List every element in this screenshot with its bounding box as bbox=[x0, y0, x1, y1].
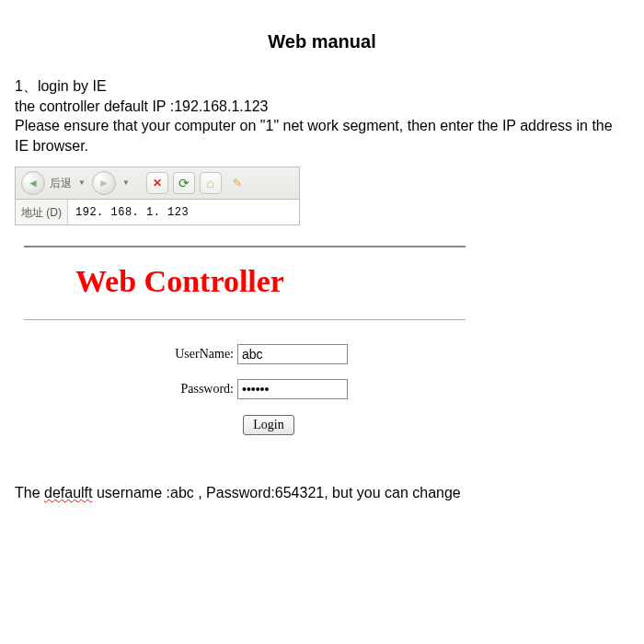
search-button[interactable]: ✎ bbox=[226, 172, 248, 194]
arrow-left-icon: ◄ bbox=[28, 176, 39, 190]
username-input[interactable] bbox=[237, 344, 348, 364]
rule-top bbox=[24, 246, 466, 247]
username-label: UserName: bbox=[24, 346, 237, 363]
stop-button[interactable]: ✕ bbox=[146, 172, 168, 194]
password-row: Password: bbox=[24, 379, 466, 399]
browser-toolbar: ◄ 后退 ▼ ► ▼ ✕ ⟳ ⌂ ✎ bbox=[15, 167, 300, 200]
footer-note: The defaulft username :abc , Password:65… bbox=[15, 483, 629, 503]
address-label: 地址 (D) bbox=[16, 200, 68, 224]
intro-line-2: the controller default IP :192.168.1.123 bbox=[15, 97, 629, 117]
login-button[interactable]: Login bbox=[243, 415, 293, 435]
stop-icon: ✕ bbox=[153, 176, 162, 190]
back-label: 后退 bbox=[50, 176, 72, 190]
password-label: Password: bbox=[24, 381, 237, 398]
forward-dropdown-icon[interactable]: ▼ bbox=[121, 178, 132, 189]
intro-block: 1、login by IE the controller default IP … bbox=[15, 76, 629, 155]
home-button[interactable]: ⌂ bbox=[200, 172, 222, 194]
search-icon: ✎ bbox=[233, 176, 242, 190]
username-row: UserName: bbox=[24, 344, 466, 364]
back-dropdown-icon[interactable]: ▼ bbox=[76, 178, 87, 189]
footer-typo: defaulft bbox=[44, 485, 92, 500]
rule-mid bbox=[24, 319, 466, 320]
arrow-right-icon: ► bbox=[98, 176, 109, 190]
back-button[interactable]: ◄ bbox=[21, 171, 45, 195]
login-panel: Web Controller UserName: Password: Login bbox=[24, 246, 466, 435]
address-input[interactable]: 192. 168. 1. 123 bbox=[68, 200, 299, 224]
intro-line-3: Please ensure that your computer on "1" … bbox=[15, 116, 629, 155]
footer-rest: username :abc , Password:654321, but you… bbox=[93, 485, 461, 500]
browser-address-bar: 地址 (D) 192. 168. 1. 123 bbox=[15, 200, 300, 225]
refresh-icon: ⟳ bbox=[178, 175, 190, 192]
forward-button[interactable]: ► bbox=[92, 171, 116, 195]
intro-line-1: 1、login by IE bbox=[15, 76, 629, 97]
password-input[interactable] bbox=[237, 379, 348, 399]
home-icon: ⌂ bbox=[207, 175, 214, 192]
refresh-button[interactable]: ⟳ bbox=[173, 172, 195, 194]
login-header: Web Controller bbox=[24, 260, 466, 303]
page-title: Web manual bbox=[15, 29, 629, 54]
footer-prefix: The bbox=[15, 485, 44, 500]
